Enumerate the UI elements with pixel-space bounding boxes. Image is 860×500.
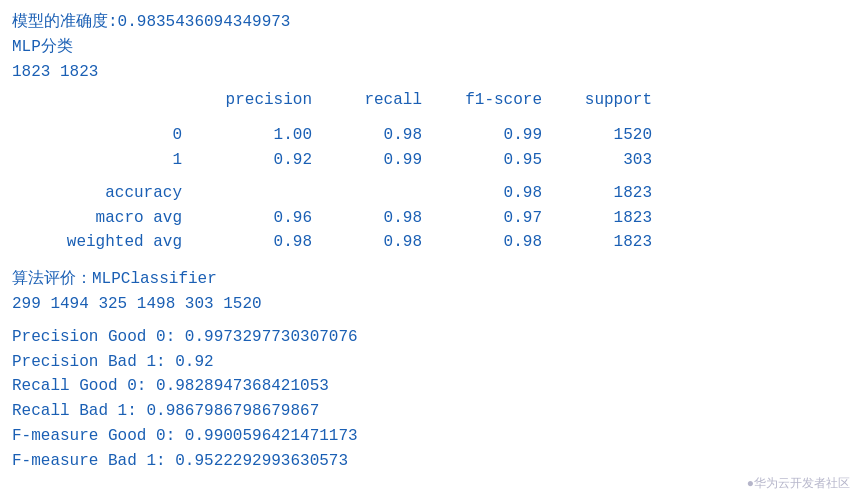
macro-avg-precision: 0.96 [192, 206, 322, 231]
macro-avg-label: macro avg [12, 206, 192, 231]
col-precision-header: precision [192, 88, 322, 113]
accuracy-precision [192, 181, 322, 206]
metric-line: F-measure Bad 1: 0.9522292993630573 [12, 449, 848, 474]
weighted-avg-support: 1823 [552, 230, 652, 255]
table-row: 0 1.00 0.98 0.99 1520 [12, 123, 848, 148]
metric-line: F-measure Good 0: 0.9900596421471173 [12, 424, 848, 449]
table-header: precision recall f1-score support [12, 88, 848, 113]
watermark: ●华为云开发者社区 [747, 475, 850, 492]
model-name: MLP分类 [12, 35, 848, 60]
metric-line: Precision Bad 1: 0.92 [12, 350, 848, 375]
col-label-header [12, 88, 192, 113]
row-1-label: 1 [12, 148, 192, 173]
row-0-f1: 0.99 [432, 123, 552, 148]
accuracy-support: 1823 [552, 181, 652, 206]
row-0-support: 1520 [552, 123, 652, 148]
macro-avg-recall: 0.98 [322, 206, 432, 231]
row-1-f1: 0.95 [432, 148, 552, 173]
macro-avg-support: 1823 [552, 206, 652, 231]
row-1-precision: 0.92 [192, 148, 322, 173]
row-0-precision: 1.00 [192, 123, 322, 148]
row-1-recall: 0.99 [322, 148, 432, 173]
col-support-header: support [552, 88, 652, 113]
table-row: weighted avg 0.98 0.98 0.98 1823 [12, 230, 848, 255]
table-row: 1 0.92 0.99 0.95 303 [12, 148, 848, 173]
weighted-avg-precision: 0.98 [192, 230, 322, 255]
weighted-avg-f1: 0.98 [432, 230, 552, 255]
metric-line: Precision Good 0: 0.9973297730307076 [12, 325, 848, 350]
metric-line: Recall Bad 1: 0.9867986798679867 [12, 399, 848, 424]
metrics-container: Precision Good 0: 0.9973297730307076 Pre… [12, 325, 848, 474]
counts: 1823 1823 [12, 60, 848, 85]
accuracy-label: accuracy [12, 181, 192, 206]
row-0-label: 0 [12, 123, 192, 148]
accuracy-recall [322, 181, 432, 206]
row-1-support: 303 [552, 148, 652, 173]
row-0-recall: 0.98 [322, 123, 432, 148]
col-f1-header: f1-score [432, 88, 552, 113]
macro-avg-f1: 0.97 [432, 206, 552, 231]
classification-table: precision recall f1-score support 0 1.00… [12, 88, 848, 255]
accuracy-f1: 0.98 [432, 181, 552, 206]
table-row: accuracy 0.98 1823 [12, 181, 848, 206]
col-recall-header: recall [322, 88, 432, 113]
main-container: 模型的准确度:0.9835436094349973 MLP分类 1823 182… [12, 10, 848, 474]
table-row: macro avg 0.96 0.98 0.97 1823 [12, 206, 848, 231]
weighted-avg-label: weighted avg [12, 230, 192, 255]
weighted-avg-recall: 0.98 [322, 230, 432, 255]
algo-counts: 299 1494 325 1498 303 1520 [12, 292, 848, 317]
title-line: 模型的准确度:0.9835436094349973 [12, 10, 848, 35]
algorithm-label: 算法评价：MLPClassifier [12, 267, 848, 292]
metric-line: Recall Good 0: 0.9828947368421053 [12, 374, 848, 399]
